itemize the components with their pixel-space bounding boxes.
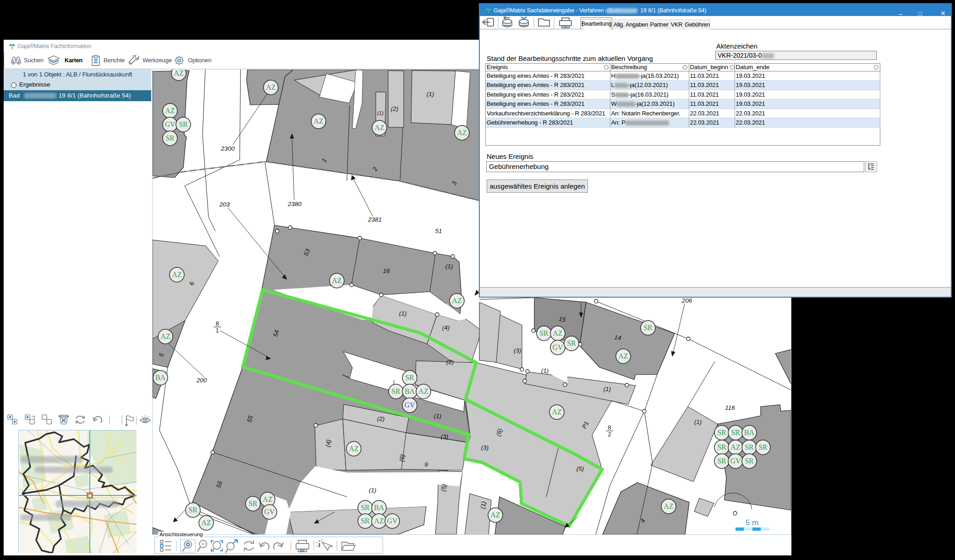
svg-text:AZ: AZ xyxy=(374,124,384,131)
svg-text:2380: 2380 xyxy=(287,201,302,207)
svg-text:GV: GV xyxy=(165,120,176,128)
svg-text:SR: SR xyxy=(248,500,258,507)
svg-text:AZ: AZ xyxy=(349,445,358,452)
svg-text:5 m: 5 m xyxy=(746,518,758,527)
svg-text:(1): (1) xyxy=(445,263,453,270)
svg-text:SR: SR xyxy=(361,517,370,525)
svg-text:AZ: AZ xyxy=(165,107,175,114)
svg-text:AZ: AZ xyxy=(664,502,673,510)
svg-text:(1): (1) xyxy=(369,487,377,494)
svg-text:(2): (2) xyxy=(377,415,385,422)
svg-text:AZ: AZ xyxy=(457,129,467,136)
svg-text:SR: SR xyxy=(539,329,549,337)
svg-text:2381: 2381 xyxy=(368,216,382,223)
svg-text:8: 8 xyxy=(608,424,611,431)
svg-text:BA: BA xyxy=(405,387,415,395)
svg-text:(2): (2) xyxy=(391,105,399,112)
svg-text:SR: SR xyxy=(745,457,754,465)
svg-text:BA: BA xyxy=(744,429,755,436)
svg-text:(3): (3) xyxy=(481,444,489,451)
svg-text:AZ: AZ xyxy=(730,443,740,451)
svg-text:(1): (1) xyxy=(427,91,434,98)
svg-text:AZ: AZ xyxy=(374,517,384,525)
svg-text:(5): (5) xyxy=(576,465,584,472)
svg-text:BA: BA xyxy=(374,504,384,511)
svg-text:(1): (1) xyxy=(604,386,611,392)
svg-text:(1): (1) xyxy=(377,110,384,116)
svg-text:SR: SR xyxy=(567,339,576,347)
svg-text:SR: SR xyxy=(717,443,726,451)
svg-text:2300: 2300 xyxy=(220,145,235,152)
svg-text:AZ: AZ xyxy=(263,495,272,503)
svg-text:(4): (4) xyxy=(324,439,333,448)
svg-text:203: 203 xyxy=(219,201,230,208)
svg-text:15: 15 xyxy=(558,315,566,323)
svg-text:AZ: AZ xyxy=(553,329,562,337)
svg-text:SR: SR xyxy=(179,120,188,128)
svg-text:16: 16 xyxy=(383,267,390,274)
svg-text:(4): (4) xyxy=(442,324,450,331)
svg-text:SR: SR xyxy=(391,387,401,395)
svg-text:SR: SR xyxy=(188,506,198,514)
svg-text:GV: GV xyxy=(730,457,741,465)
svg-text:(6): (6) xyxy=(398,454,406,462)
svg-text:(1): (1) xyxy=(434,413,442,419)
svg-text:AZ: AZ xyxy=(160,332,170,340)
svg-text:8: 8 xyxy=(215,320,219,327)
svg-text:GV: GV xyxy=(404,401,415,409)
svg-text:(3): (3) xyxy=(514,347,521,354)
svg-text:206: 206 xyxy=(681,297,692,304)
svg-text:(5): (5) xyxy=(440,484,448,492)
svg-text:14: 14 xyxy=(614,334,621,342)
svg-text:SR: SR xyxy=(643,324,653,332)
svg-text:AZ: AZ xyxy=(552,408,561,416)
svg-text:(1): (1) xyxy=(694,419,702,425)
svg-text:SR: SR xyxy=(717,429,726,436)
svg-text:BA: BA xyxy=(155,374,166,381)
svg-text:SR: SR xyxy=(758,443,768,451)
svg-text:(2): (2) xyxy=(446,359,454,365)
svg-text:SR: SR xyxy=(405,374,414,381)
svg-text:AZ: AZ xyxy=(490,511,500,519)
svg-text:GV: GV xyxy=(387,517,398,525)
svg-text:AZ: AZ xyxy=(266,83,275,91)
svg-text:200: 200 xyxy=(196,377,207,384)
svg-text:(1): (1) xyxy=(399,310,407,317)
svg-text:AZ: AZ xyxy=(313,117,323,125)
svg-text:AZ: AZ xyxy=(418,387,428,395)
svg-text:2: 2 xyxy=(608,431,611,438)
svg-text:51: 51 xyxy=(435,228,442,234)
svg-text:AZ: AZ xyxy=(332,277,341,284)
svg-text:AZ: AZ xyxy=(452,297,461,304)
svg-text:AZ: AZ xyxy=(174,70,183,77)
svg-text:SR: SR xyxy=(731,429,740,436)
svg-text:(1): (1) xyxy=(479,501,488,510)
svg-text:GV: GV xyxy=(552,343,563,351)
svg-text:SR: SR xyxy=(165,134,175,142)
svg-text:(3): (3) xyxy=(441,433,449,440)
svg-text:AZ: AZ xyxy=(618,352,628,360)
svg-text:SR: SR xyxy=(717,457,726,465)
svg-text:1: 1 xyxy=(215,327,219,334)
svg-text:AZ: AZ xyxy=(201,519,211,527)
svg-text:9: 9 xyxy=(424,461,428,468)
svg-text:AZ: AZ xyxy=(172,271,181,278)
svg-text:SR: SR xyxy=(361,504,370,511)
svg-text:SR: SR xyxy=(745,443,754,451)
svg-text:116: 116 xyxy=(725,404,735,411)
svg-text:GV: GV xyxy=(264,508,275,516)
svg-text:(1): (1) xyxy=(541,367,549,374)
